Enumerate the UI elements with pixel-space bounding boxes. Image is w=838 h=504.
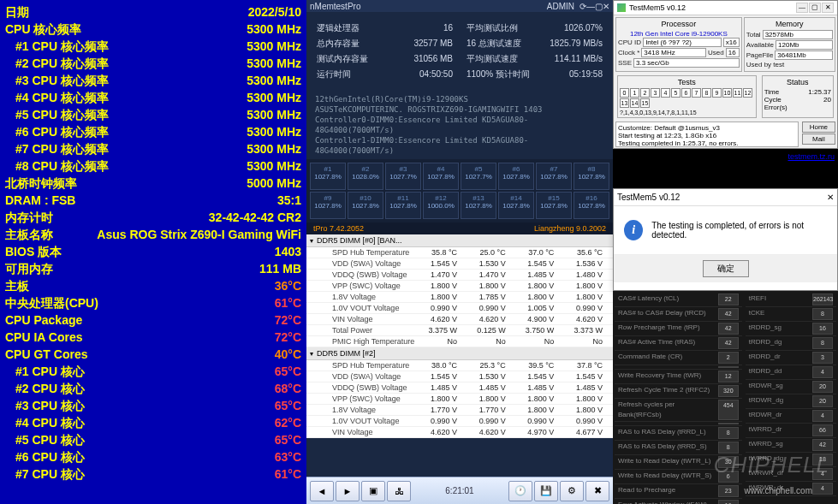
testmem5-window: TestMem5 v0.12 — ▢ ✕ Processor 12th Gen …	[613, 0, 838, 149]
test-slot[interactable]: 6	[681, 88, 691, 98]
stat-row: #4 CPU 核心频率5300 MHz	[5, 89, 301, 106]
stat-label: DRAM : FSB	[5, 192, 75, 209]
core-tile[interactable]: #81027.8%	[574, 163, 609, 190]
save-icon[interactable]: 💾	[534, 481, 558, 501]
expand-icon[interactable]: ▾	[310, 237, 313, 245]
forward-button[interactable]: ►	[336, 481, 360, 501]
author-label: Liangzheng 9.0.2002	[534, 224, 606, 233]
stat-value: 32-42-42-42 CR2	[209, 209, 301, 226]
dimm1-title: DDR5 DIMM [#2]	[317, 349, 376, 358]
timing-row: tRDWR_dr4	[746, 409, 836, 424]
stat-row: #3 CPU 核心65°C	[5, 397, 301, 414]
close-button[interactable]: ✖	[585, 481, 609, 501]
app-icon[interactable]: ▣	[361, 481, 385, 501]
refresh-icon[interactable]: ⟳	[579, 2, 586, 11]
test-slot[interactable]: 10	[722, 88, 732, 98]
core-tile[interactable]: #121000.0%	[423, 192, 459, 219]
test-slot[interactable]: 15	[640, 98, 650, 108]
tm5-icon	[617, 3, 626, 12]
dialog-message: The testing is completed, of errors is n…	[651, 221, 827, 240]
dimm0-header[interactable]: ▾ DDR5 DIMM [#0] [BAN...	[306, 234, 613, 247]
test-slot[interactable]: 14	[630, 98, 639, 108]
stat-label: 中央处理器(CPU)	[5, 294, 98, 311]
core-tile[interactable]: #141027.8%	[498, 192, 534, 219]
processor-label: Processor	[618, 20, 740, 28]
testmem-link[interactable]: testmem.tz.ru	[787, 152, 835, 161]
expand-icon[interactable]: ▾	[310, 350, 313, 358]
minimize-icon[interactable]: —	[586, 2, 595, 11]
test-slot[interactable]: 2	[640, 88, 650, 98]
stat-value: 111 MB	[259, 260, 301, 277]
core-tile[interactable]: #151027.8%	[536, 192, 572, 219]
test-slot[interactable]: 8	[702, 88, 711, 98]
back-button[interactable]: ◄	[310, 481, 334, 501]
timing-row: tRDRD_dd4	[746, 365, 836, 380]
core-tile[interactable]: #61027.8%	[498, 163, 534, 190]
dialog-titlebar[interactable]: TestMem5 v0.12 ✕	[614, 189, 837, 206]
ok-button[interactable]: 确定	[703, 260, 749, 277]
close-icon[interactable]: ✕	[603, 2, 609, 11]
core-tile[interactable]: #111027.8%	[385, 192, 421, 219]
completion-dialog: TestMem5 v0.12 ✕ i The testing is comple…	[613, 188, 838, 291]
stat-row: 主板名称Asus ROG Strix Z690-I Gaming WiFi	[5, 226, 301, 243]
core-tile[interactable]: #31027.7%	[385, 163, 421, 190]
stat-row: #4 CPU 核心62°C	[5, 414, 301, 431]
core-tile[interactable]: #161027.8%	[574, 192, 609, 219]
dimm1-header[interactable]: ▾ DDR5 DIMM [#2]	[306, 347, 613, 360]
stat-value: 5300 MHz	[247, 89, 301, 106]
close-icon[interactable]: ✕	[822, 3, 834, 13]
maximize-icon[interactable]: ▢	[809, 3, 821, 13]
test-slot[interactable]: 5	[671, 88, 681, 98]
sensor-row: 1.0V VOUT Voltage0.990 V0.990 V0.990 V0.…	[306, 416, 613, 427]
network-icon[interactable]: 🖧	[387, 481, 411, 501]
test-slot[interactable]: 9	[712, 88, 722, 98]
tm5-titlebar[interactable]: TestMem5 v0.12 — ▢ ✕	[614, 1, 837, 15]
timing-row: tCKE8	[746, 307, 836, 322]
core-tile[interactable]: #21028.0%	[348, 163, 383, 190]
stat-label: #5 CPU 核心频率	[15, 106, 109, 123]
core-tile[interactable]: #101027.8%	[348, 192, 383, 219]
timing-row: Write Recovery Time (tWR)12	[615, 370, 742, 384]
core-tile[interactable]: #71027.8%	[536, 163, 572, 190]
stat-value: 61°C	[275, 465, 301, 483]
test-slot[interactable]: 12	[743, 88, 752, 98]
test-slot[interactable]: 1	[630, 88, 639, 98]
sensor-row: Total Power3.375 W0.125 W3.750 W3.373 W	[306, 325, 613, 336]
test-slot[interactable]: 13	[620, 98, 629, 108]
stat-value: 61°C	[275, 294, 301, 311]
timing-row: CAS# Latency (tCL)22	[615, 293, 742, 307]
test-slot[interactable]: 3	[651, 88, 660, 98]
timing-row: RAS to RAS Delay (tRRD_L)8	[615, 426, 742, 441]
maximize-icon[interactable]: ▢	[595, 2, 603, 11]
test-slot[interactable]: 11	[733, 88, 742, 98]
settings-icon[interactable]: ⚙	[560, 481, 584, 501]
stat-value: 68°C	[275, 380, 301, 397]
clock-icon[interactable]: 🕐	[508, 481, 532, 501]
sensor-row: VIN Voltage4.620 V4.620 V4.970 V4.677 V	[306, 427, 613, 438]
close-icon[interactable]: ✕	[827, 193, 834, 202]
memory-label: Memory	[746, 20, 833, 28]
total-mem: 32578Mb	[763, 30, 833, 39]
window-titlebar[interactable]: nMemtestPro ADMIN ⟳ — ▢ ✕	[306, 0, 613, 12]
test-slot[interactable]: 0	[620, 88, 629, 98]
stat-label: BIOS 版本	[5, 243, 62, 260]
stat-row: #3 CPU 核心频率5300 MHz	[5, 72, 301, 89]
stat-row: #7 CPU 核心频率5300 MHz	[5, 140, 301, 157]
stat-row: #7 CPU 核心61°C	[5, 465, 301, 483]
pagefile: 36481Mb	[775, 50, 833, 60]
mail-button[interactable]: Mail	[802, 133, 835, 145]
core-tile[interactable]: #131027.8%	[461, 192, 496, 219]
memory-fieldset: Memory Total32578Mb Available120Mb PageF…	[744, 17, 835, 72]
home-button[interactable]: Home	[802, 122, 835, 133]
stat-value: 5300 MHz	[247, 55, 301, 72]
processor-name: 12th Gen Intel Core i9-12900KS	[618, 30, 740, 38]
core-tile[interactable]: #51027.7%	[461, 163, 496, 190]
test-slot[interactable]: 4	[661, 88, 670, 98]
core-tile[interactable]: #91027.8%	[310, 192, 346, 219]
stat-label: CPU IA Cores	[5, 329, 83, 346]
core-tile[interactable]: #41027.8%	[423, 163, 459, 190]
memory-timing-panel: CAS# Latency (tCL)22RAS# to CAS# Delay (…	[613, 291, 838, 504]
core-tile[interactable]: #11027.8%	[310, 163, 346, 190]
test-slot[interactable]: 7	[692, 88, 701, 98]
minimize-icon[interactable]: —	[796, 3, 808, 13]
